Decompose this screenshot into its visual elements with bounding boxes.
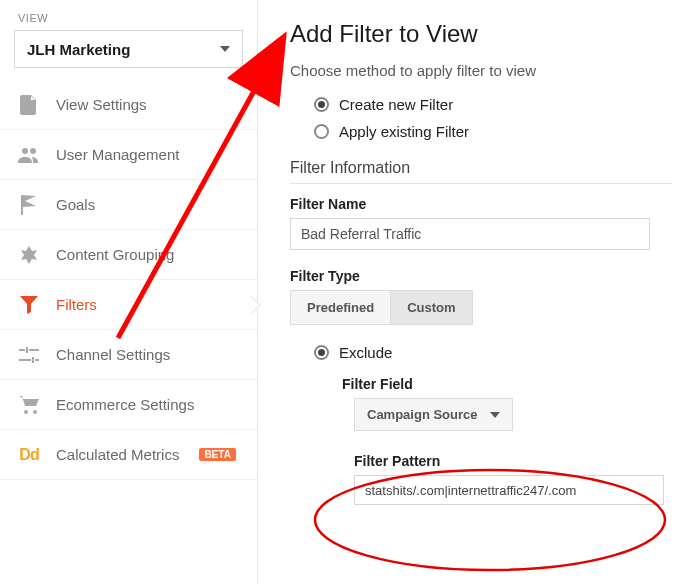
sidebar-item-view-settings[interactable]: View Settings <box>0 80 257 130</box>
tab-predefined[interactable]: Predefined <box>290 290 391 325</box>
beta-badge: BETA <box>199 448 235 461</box>
radio-apply-existing[interactable]: Apply existing Filter <box>290 118 672 145</box>
sidebar-item-label: Content Grouping <box>56 246 174 263</box>
radio-label: Apply existing Filter <box>339 123 469 140</box>
radio-exclude[interactable]: Exclude <box>314 339 672 366</box>
filter-name-label: Filter Name <box>290 196 672 212</box>
sidebar-item-channel-settings[interactable]: Channel Settings <box>0 330 257 380</box>
radio-icon <box>314 97 329 112</box>
caret-down-icon <box>490 412 500 418</box>
document-icon <box>18 95 40 115</box>
svg-point-0 <box>22 148 28 154</box>
sidebar-item-label: User Management <box>56 146 179 163</box>
radio-label: Exclude <box>339 344 392 361</box>
filter-type-tabs: Predefined Custom <box>290 290 672 325</box>
radio-icon <box>314 345 329 360</box>
funnel-icon <box>18 296 40 314</box>
radio-label: Create new Filter <box>339 96 453 113</box>
filter-field-dropdown[interactable]: Campaign Source <box>354 398 513 431</box>
sidebar-item-user-management[interactable]: User Management <box>0 130 257 180</box>
filter-type-label: Filter Type <box>290 268 672 284</box>
radio-create-new[interactable]: Create new Filter <box>290 91 672 118</box>
sidebar-item-filters[interactable]: Filters <box>0 280 257 330</box>
sliders-icon <box>18 347 40 363</box>
sidebar-item-calculated-metrics[interactable]: Dd Calculated Metrics BETA <box>0 430 257 480</box>
filter-pattern-label: Filter Pattern <box>354 453 672 469</box>
sidebar-item-label: Filters <box>56 296 97 313</box>
sidebar-item-label: Goals <box>56 196 95 213</box>
radio-icon <box>314 124 329 139</box>
sidebar-item-ecommerce-settings[interactable]: Ecommerce Settings <box>0 380 257 430</box>
method-label: Choose method to apply filter to view <box>290 62 672 79</box>
method-radio-group: Create new Filter Apply existing Filter <box>290 91 672 145</box>
sidebar: VIEW JLH Marketing View Settings User Ma… <box>0 0 258 584</box>
users-icon <box>18 147 40 163</box>
view-label: VIEW <box>0 12 257 30</box>
sidebar-item-label: Ecommerce Settings <box>56 396 194 413</box>
filter-field-value: Campaign Source <box>367 407 478 422</box>
caret-down-icon <box>220 46 230 52</box>
main-panel: Add Filter to View Choose method to appl… <box>258 0 700 584</box>
page-title: Add Filter to View <box>290 20 672 48</box>
grouping-icon <box>18 246 40 264</box>
sidebar-nav: View Settings User Management Goals Cont… <box>0 80 257 480</box>
filter-pattern-input[interactable] <box>354 475 664 505</box>
sidebar-item-label: Channel Settings <box>56 346 170 363</box>
view-dropdown[interactable]: JLH Marketing <box>14 30 243 68</box>
sidebar-item-content-grouping[interactable]: Content Grouping <box>0 230 257 280</box>
filter-name-input[interactable] <box>290 218 650 250</box>
cart-icon <box>18 396 40 414</box>
svg-point-1 <box>30 148 36 154</box>
filter-info-heading: Filter Information <box>290 159 672 184</box>
sidebar-item-goals[interactable]: Goals <box>0 180 257 230</box>
sidebar-item-label: Calculated Metrics <box>56 446 179 463</box>
sidebar-item-label: View Settings <box>56 96 147 113</box>
view-dropdown-value: JLH Marketing <box>27 41 130 58</box>
filter-field-label: Filter Field <box>342 376 672 392</box>
tab-custom[interactable]: Custom <box>391 290 472 325</box>
flag-icon <box>18 195 40 215</box>
dd-icon: Dd <box>18 446 40 464</box>
